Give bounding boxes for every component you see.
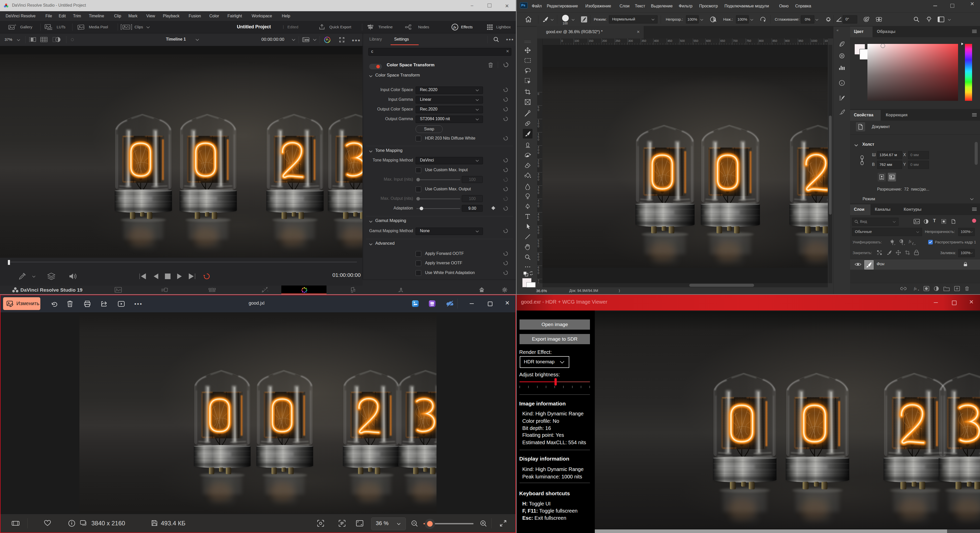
svg-text:fx: fx (909, 240, 912, 243)
svg-text:HQ: HQ (305, 39, 308, 41)
svg-text:fx: fx (453, 25, 457, 29)
svg-text:fx: fx (914, 287, 917, 290)
